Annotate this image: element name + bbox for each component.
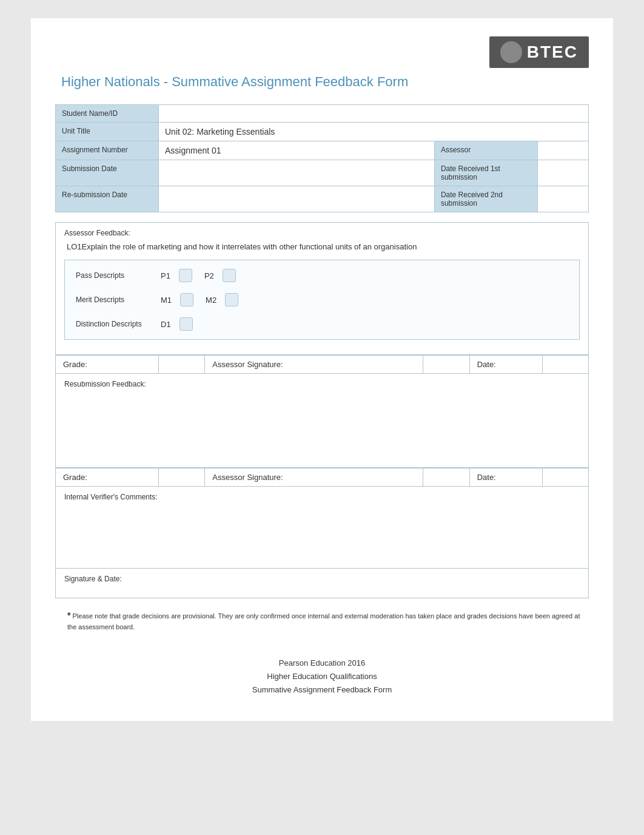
pass-descriptor-row: Pass Descripts P1 P2 (76, 269, 568, 282)
grade-row-2: Grade: Assessor Signature: Date: (56, 468, 589, 487)
feedback-label: Assessor Feedback: (64, 229, 580, 237)
assessor-sig-1-value[interactable] (423, 356, 469, 374)
iv-section: Internal Verifier's Comments: (55, 487, 589, 569)
distinction-descriptor-label: Distinction Descripts (76, 320, 161, 328)
pass-code-p1: P1 (161, 271, 170, 280)
signature-section: Signature & Date: (55, 569, 589, 598)
btec-icon (500, 41, 522, 63)
distinction-code-d1: D1 (161, 320, 171, 329)
student-name-row: Student Name/ID (56, 105, 589, 123)
assessor-label: Assessor (434, 141, 537, 160)
merit-checkbox-m2[interactable] (225, 293, 238, 306)
btec-logo: BTEC (489, 36, 589, 68)
lo-text: LO1Explain the role of marketing and how… (67, 242, 580, 251)
assignment-assessor-row: Assignment Number Assignment 01 Assessor (56, 141, 589, 160)
unit-title-row: Unit Title Unit 02: Marketing Essentials (56, 123, 589, 141)
date-2-label: Date: (469, 468, 542, 487)
date-received-2nd-label: Date Received 2nd submission (434, 186, 537, 212)
merit-code-m2: M2 (206, 296, 216, 305)
grade-2-value[interactable] (159, 468, 205, 487)
logo-area: BTEC (55, 36, 589, 68)
merit-descriptor-row: Merit Descripts M1 M2 (76, 293, 568, 306)
submission-date-value[interactable] (159, 160, 435, 186)
footnote-text: Please note that grade decisions are pro… (67, 612, 580, 630)
merit-descriptor-label: Merit Descripts (76, 296, 161, 304)
info-table: Student Name/ID Unit Title Unit 02: Mark… (55, 104, 589, 212)
grade-1-value[interactable] (159, 356, 205, 374)
footnote: * Please note that grade decisions are p… (67, 609, 589, 632)
grade-row-1: Grade: Assessor Signature: Date: (56, 356, 589, 374)
form-title: Higher Nationals - Summative Assignment … (61, 74, 589, 90)
grade-row-2-table: Grade: Assessor Signature: Date: (55, 468, 589, 487)
date-1-value[interactable] (542, 356, 588, 374)
grade-2-label: Grade: (56, 468, 159, 487)
resubmission-date-label: Re-submission Date (56, 186, 159, 212)
descriptor-box: Pass Descripts P1 P2 Merit Descripts M1 … (64, 260, 580, 340)
unit-title-label: Unit Title (56, 123, 159, 141)
pass-descriptor-label: Pass Descripts (76, 271, 161, 280)
assessor-sig-2-label: Assessor Signature: (205, 468, 423, 487)
assessor-sig-1-label: Assessor Signature: (205, 356, 423, 374)
date-2-value[interactable] (542, 468, 588, 487)
pass-code-p2: P2 (204, 271, 214, 280)
footer-line2: Higher Education Qualifications (55, 670, 589, 683)
resubmission-label: Resubmission Feedback: (64, 380, 580, 388)
grade-row-1-table: Grade: Assessor Signature: Date: (55, 355, 589, 374)
merit-checkbox-m1[interactable] (180, 293, 193, 306)
signature-label: Signature & Date: (64, 575, 580, 583)
unit-title-value[interactable]: Unit 02: Marketing Essentials (159, 123, 589, 141)
btec-text: BTEC (527, 42, 578, 62)
footer-line1: Pearson Education 2016 (55, 657, 589, 670)
resubmission-date-row: Re-submission Date Date Received 2nd sub… (56, 186, 589, 212)
date-received-2nd-value[interactable] (537, 186, 588, 212)
resubmission-date-value[interactable] (159, 186, 435, 212)
distinction-checkbox-d1[interactable] (179, 317, 193, 331)
form-page: BTEC Higher Nationals - Summative Assign… (31, 18, 613, 721)
date-received-1st-label: Date Received 1st submission (434, 160, 537, 186)
grade-1-label: Grade: (56, 356, 159, 374)
footer: Pearson Education 2016 Higher Education … (55, 657, 589, 697)
submission-date-label: Submission Date (56, 160, 159, 186)
pass-checkbox-p2[interactable] (223, 269, 236, 282)
merit-code-m1: M1 (161, 296, 172, 305)
footer-line3: Summative Assignment Feedback Form (55, 683, 589, 697)
iv-label: Internal Verifier's Comments: (64, 493, 580, 501)
pass-checkbox-p1[interactable] (179, 269, 192, 282)
assignment-number-value[interactable]: Assignment 01 (159, 141, 435, 160)
assessor-value[interactable] (537, 141, 588, 160)
assessor-sig-2-value[interactable] (423, 468, 469, 487)
feedback-section: Assessor Feedback: LO1Explain the role o… (55, 222, 589, 355)
assignment-number-label: Assignment Number (56, 141, 159, 160)
student-name-label: Student Name/ID (56, 105, 159, 123)
date-received-1st-value[interactable] (537, 160, 588, 186)
distinction-descriptor-row: Distinction Descripts D1 (76, 317, 568, 331)
student-name-value[interactable] (159, 105, 589, 123)
resubmission-section: Resubmission Feedback: (55, 374, 589, 468)
submission-date-row: Submission Date Date Received 1st submis… (56, 160, 589, 186)
date-1-label: Date: (469, 356, 542, 374)
